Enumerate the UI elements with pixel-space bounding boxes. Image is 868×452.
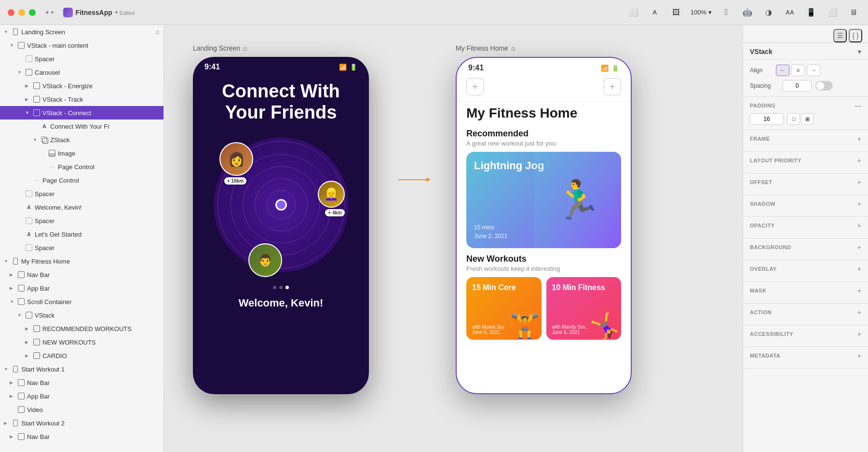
rpanel-section-shadow: SHADOW + xyxy=(743,195,868,217)
section-plus-button-9[interactable]: + xyxy=(857,330,861,338)
section-plus-button-1[interactable]: + xyxy=(857,157,861,164)
sidebar-item-app-bar-2[interactable]: ▶ App Bar xyxy=(0,389,163,403)
home-icon: ⌂ xyxy=(243,44,247,52)
section-plus-button-10[interactable]: + xyxy=(857,352,861,359)
chevron-icon: ▶ xyxy=(10,394,15,399)
section-plus-button-3[interactable]: + xyxy=(857,200,861,208)
section-plus-button-7[interactable]: + xyxy=(857,287,861,294)
sidebar-item-lets-get-started[interactable]: ▶ A Let's Get Started xyxy=(0,227,163,241)
vstack-icon xyxy=(33,109,41,117)
zoom-chevron-icon: ▾ xyxy=(708,9,712,16)
sidebar-item-start-workout-1[interactable]: ▼ Start Workout 1 xyxy=(0,362,163,376)
sidebar-item-start-workout-2[interactable]: ▶ Start Workout 2 xyxy=(0,416,163,430)
sidebar-item-my-fitness-home[interactable]: ▼ My Fitness Home xyxy=(0,254,163,268)
sidebar-item-connect-text[interactable]: ▶ A Connect With Your Fr xyxy=(0,120,163,133)
sidebar-item-app-bar-1[interactable]: ▶ App Bar xyxy=(0,281,163,295)
section-plus-button-8[interactable]: + xyxy=(857,308,861,316)
phone-frame-1[interactable]: 9:41 📶 🔋 Connect With Your Friends xyxy=(193,57,369,394)
android-platform-button[interactable]: 🤖 xyxy=(741,6,754,19)
sidebar-item-vstack-connect[interactable]: ▼ VStack - Connect xyxy=(0,106,163,120)
section-plus-button-5[interactable]: + xyxy=(857,243,861,251)
navbar-icon xyxy=(17,271,25,279)
padding-input[interactable] xyxy=(750,113,784,125)
sidebar-item-vstack-energize[interactable]: ▶ VStack - Energize xyxy=(0,79,163,93)
minimize-button[interactable] xyxy=(18,9,25,16)
contrast-button[interactable]: ◑ xyxy=(762,6,775,19)
apple-platform-button[interactable]:  xyxy=(719,6,733,19)
align-center-button[interactable]: ≡ xyxy=(791,65,805,76)
sidebar-item-vstack-track[interactable]: ▶ VStack - Track xyxy=(0,93,163,106)
close-button[interactable] xyxy=(8,9,14,16)
padding-minus-button[interactable]: — xyxy=(854,102,861,109)
page-dot-1 xyxy=(273,286,276,289)
sidebar-item-nav-bar-2[interactable]: ▶ Nav Bar xyxy=(0,376,163,389)
sidebar-item-image[interactable]: ▶ Image xyxy=(0,146,163,160)
sidebar-item-video[interactable]: ▶ Video xyxy=(0,403,163,416)
sidebar-item-nav-bar-1[interactable]: ▶ Nav Bar xyxy=(0,268,163,281)
sidebar-item-spacer-1[interactable]: ▶ Spacer xyxy=(0,52,163,66)
wifi-icon-2: 📶 xyxy=(601,65,609,72)
section-header-10: METADATA + xyxy=(750,352,861,359)
sidebar-item-page-control-inner[interactable]: ▶ ··· Page Control xyxy=(0,160,163,173)
fullscreen-button[interactable] xyxy=(29,9,36,16)
sidebar-item-vstack-2[interactable]: ▼ VStack xyxy=(0,308,163,322)
rpanel-tab-code[interactable]: { } xyxy=(849,29,862,42)
sidebar-item-vstack-main[interactable]: ▼ VStack - main content xyxy=(0,39,163,52)
sidebar-item-nav-bar-3[interactable]: ▶ Nav Bar xyxy=(0,430,163,443)
mfh-add-right-button[interactable]: + xyxy=(604,78,621,95)
page-dot-3-active xyxy=(285,286,289,289)
font-size-button[interactable]: AA xyxy=(783,6,797,19)
section-plus-button-6[interactable]: + xyxy=(857,265,861,273)
sidebar-item-label: Image xyxy=(58,150,75,157)
spacing-toggle[interactable] xyxy=(815,81,833,91)
zoom-control[interactable]: 100% ▾ xyxy=(691,9,712,16)
section-plus-button-2[interactable]: + xyxy=(857,178,861,186)
align-left-button[interactable]: ← xyxy=(776,65,789,76)
iphone-button[interactable]: 📱 xyxy=(804,6,818,19)
card-10-min-fitness[interactable]: 10 Min Fitness with Mandy Sm... June 6, … xyxy=(546,277,622,340)
connect-map-area: 👩 + 16km 👱‍♀️ + 4km 👨 xyxy=(193,128,369,282)
text-tool-button[interactable]: A xyxy=(648,6,662,19)
ipad-button[interactable]: ⬜ xyxy=(826,6,839,19)
device-frame-button[interactable]: ⬜ xyxy=(627,6,640,19)
lightning-jog-meta: 15 mins June 2, 2021 xyxy=(474,223,507,240)
vstack-icon xyxy=(17,41,25,49)
zoom-level-label: 100% xyxy=(691,9,706,16)
rpanel-tab-properties[interactable]: ☰ xyxy=(833,29,847,42)
align-right-button[interactable]: → xyxy=(807,65,820,76)
sidebar-item-carousel[interactable]: ▼ Carousel xyxy=(0,66,163,79)
sidebar-item-welcome[interactable]: ▶ A Welcome, Kevin! xyxy=(0,200,163,214)
sidebar-item-label: App Bar xyxy=(27,393,50,400)
app-dropdown-icon[interactable]: ▾ xyxy=(115,10,118,15)
spacer-icon xyxy=(25,190,33,198)
sidebar-item-recommended[interactable]: ▶ RECOMMENDED WORKOUTS xyxy=(0,322,163,335)
sidebar-item-landing-screen[interactable]: ▼ Landing Screen ⌂ xyxy=(0,25,163,39)
card-15-min-core[interactable]: 15 Min Core with Marek Joy June 5, 2021 … xyxy=(466,277,542,340)
sidebar-item-spacer-4[interactable]: ▶ Spacer xyxy=(0,241,163,254)
sidebar-item-zstack[interactable]: ▼ ZStack xyxy=(0,133,163,146)
sidebar-item-spacer-2[interactable]: ▶ Spacer xyxy=(0,187,163,200)
sidebar-item-page-control[interactable]: ▶ ··· Page Control xyxy=(0,173,163,187)
section-plus-button-0[interactable]: + xyxy=(857,135,861,143)
lightning-jog-date: June 2, 2021 xyxy=(474,232,507,240)
component-dropdown-icon[interactable]: ▾ xyxy=(858,48,861,55)
mfh-add-left-button[interactable]: + xyxy=(466,78,484,95)
sidebar-item-label: App Bar xyxy=(27,285,50,292)
sidebar-item-new-workouts[interactable]: ▶ NEW WORKOUTS xyxy=(0,335,163,349)
lightning-jog-card[interactable]: Lightning Jog 15 mins June 2, 2021 🏃‍♂️ xyxy=(466,152,621,248)
section-plus-button-4[interactable]: + xyxy=(857,222,861,229)
sidebar-item-label: ZStack xyxy=(50,136,69,144)
phone-frame-2[interactable]: 9:41 📶 🔋 + + My Fitness Home Recommended xyxy=(456,57,632,394)
mac-button[interactable]: 🖥 xyxy=(847,6,860,19)
sidebar-item-scroll-container[interactable]: ▼ Scroll Container xyxy=(0,295,163,308)
spacing-input[interactable] xyxy=(783,80,812,92)
add-button[interactable]: + ▾ xyxy=(45,9,54,16)
image-tool-button[interactable]: 🖼 xyxy=(669,6,683,19)
sidebar-item-spacer-3[interactable]: ▶ Spacer xyxy=(0,214,163,227)
padding-all-sides-button[interactable]: □ xyxy=(787,113,800,125)
padding-label: PADDING xyxy=(750,103,775,108)
padding-header: PADDING — xyxy=(750,102,861,109)
sidebar-item-cardio[interactable]: ▶ CARDIO xyxy=(0,349,163,362)
chevron-icon: ▶ xyxy=(10,380,15,385)
padding-individual-button[interactable]: ⊞ xyxy=(801,113,814,125)
